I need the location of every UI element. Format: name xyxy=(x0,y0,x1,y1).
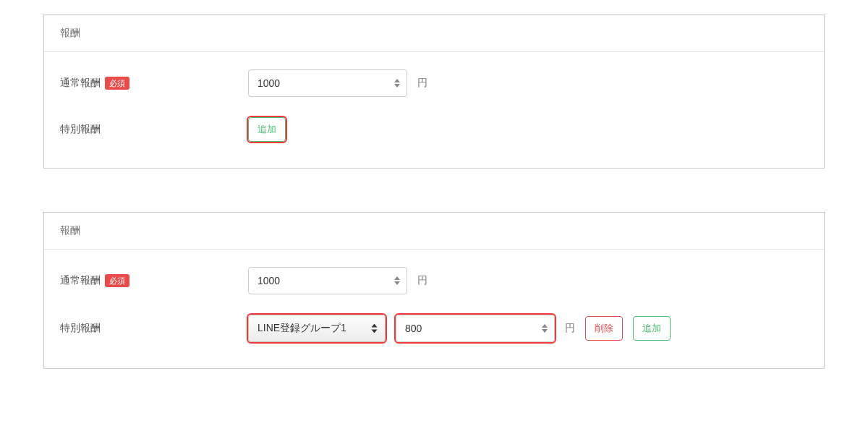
delete-button[interactable]: 削除 xyxy=(585,316,623,341)
normal-reward-controls: 1000 円 xyxy=(248,267,427,294)
add-button-label: 追加 xyxy=(258,123,276,136)
reward-card-1: 報酬 通常報酬 必須 1000 円 特別報酬 xyxy=(43,14,825,169)
normal-reward-input[interactable]: 1000 xyxy=(248,267,407,294)
normal-reward-value: 1000 xyxy=(258,77,280,89)
special-reward-input[interactable]: 800 xyxy=(396,315,555,342)
normal-reward-label-text: 通常報酬 xyxy=(60,77,101,90)
card-title: 報酬 xyxy=(60,27,80,38)
normal-reward-label-text: 通常報酬 xyxy=(60,274,101,287)
delete-button-label: 削除 xyxy=(595,322,613,335)
normal-reward-label: 通常報酬 必須 xyxy=(60,77,248,90)
required-badge: 必須 xyxy=(105,274,129,287)
stepper-icon[interactable] xyxy=(393,79,401,88)
normal-reward-value: 1000 xyxy=(258,275,280,286)
special-reward-controls: LINE登録グループ1 800 円 削除 xyxy=(248,315,671,342)
normal-reward-label: 通常報酬 必須 xyxy=(60,274,248,287)
group-select-value: LINE登録グループ1 xyxy=(258,322,346,335)
card-body: 通常報酬 必須 1000 円 特別報酬 追加 xyxy=(44,52,824,168)
special-reward-value: 800 xyxy=(405,323,422,334)
card-title: 報酬 xyxy=(60,224,80,236)
stepper-icon[interactable] xyxy=(541,324,548,333)
special-reward-row: 特別報酬 LINE登録グループ1 800 円 xyxy=(60,315,808,342)
normal-reward-controls: 1000 円 xyxy=(248,69,427,97)
add-button-label: 追加 xyxy=(642,322,661,335)
special-reward-label: 特別報酬 xyxy=(60,322,248,335)
normal-reward-row: 通常報酬 必須 1000 円 xyxy=(60,69,808,97)
required-badge: 必須 xyxy=(105,77,129,90)
unit-label: 円 xyxy=(565,322,575,335)
card-body: 通常報酬 必須 1000 円 特別報酬 LINE登録グ xyxy=(44,250,824,368)
special-reward-row: 特別報酬 追加 xyxy=(60,117,808,142)
special-reward-label-text: 特別報酬 xyxy=(60,123,101,136)
normal-reward-input[interactable]: 1000 xyxy=(248,69,407,97)
unit-label: 円 xyxy=(417,274,427,287)
add-button[interactable]: 追加 xyxy=(633,316,671,341)
updown-icon xyxy=(371,324,378,333)
card-header: 報酬 xyxy=(44,213,824,250)
special-reward-controls: 追加 xyxy=(248,117,286,142)
card-header: 報酬 xyxy=(44,15,824,52)
special-reward-label: 特別報酬 xyxy=(60,123,248,136)
add-button[interactable]: 追加 xyxy=(248,117,286,142)
group-select[interactable]: LINE登録グループ1 xyxy=(248,315,386,342)
normal-reward-row: 通常報酬 必須 1000 円 xyxy=(60,267,808,294)
reward-card-2: 報酬 通常報酬 必須 1000 円 特別報酬 xyxy=(43,212,825,369)
stepper-icon[interactable] xyxy=(393,276,401,285)
unit-label: 円 xyxy=(417,77,427,90)
special-reward-label-text: 特別報酬 xyxy=(60,322,101,335)
